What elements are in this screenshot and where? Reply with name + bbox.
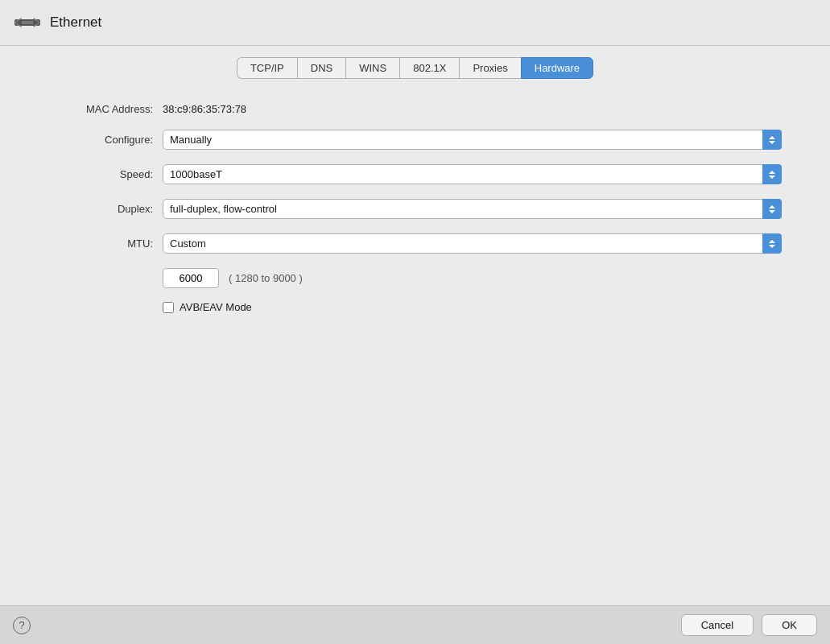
tab-dns[interactable]: DNS [297, 57, 345, 79]
mac-address-row: MAC Address: 38:c9:86:35:73:78 [48, 103, 782, 115]
duplex-select[interactable]: full-duplex, flow-control full-duplex ha… [163, 199, 782, 219]
duplex-row: Duplex: full-duplex, flow-control full-d… [48, 199, 782, 219]
mtu-row: MTU: Custom Standard (1500) Jumbo (9000) [48, 233, 782, 254]
mac-address-value: 38:c9:86:35:73:78 [163, 103, 246, 115]
mtu-custom-row: ( 1280 to 9000 ) [163, 268, 782, 288]
mtu-label: MTU: [48, 237, 153, 250]
tab-hardware[interactable]: Hardware [521, 57, 593, 79]
help-button[interactable]: ? [13, 617, 31, 634]
main-content: TCP/IP DNS WINS 802.1X Proxies Hardware … [0, 46, 830, 605]
tab-wins[interactable]: WINS [345, 57, 399, 79]
speed-label: Speed: [48, 168, 153, 180]
configure-select[interactable]: Manually Automatically [163, 130, 782, 150]
title-bar: Ethernet [0, 0, 830, 46]
tabs-bar: TCP/IP DNS WINS 802.1X Proxies Hardware [0, 46, 830, 79]
form-area: MAC Address: 38:c9:86:35:73:78 Configure… [0, 79, 830, 605]
cancel-button[interactable]: Cancel [681, 614, 754, 636]
avb-checkbox-row: AVB/EAV Mode [163, 301, 782, 313]
mtu-select-wrapper: Custom Standard (1500) Jumbo (9000) [163, 233, 782, 254]
speed-select[interactable]: 1000baseT 100baseTX 10baseT [163, 164, 782, 184]
bottom-buttons: Cancel OK [681, 614, 817, 636]
mtu-custom-input[interactable] [163, 268, 219, 288]
page-title: Ethernet [50, 14, 101, 31]
duplex-select-wrapper: full-duplex, flow-control full-duplex ha… [163, 199, 782, 219]
mac-address-label: MAC Address: [48, 103, 153, 115]
configure-select-wrapper: Manually Automatically [163, 130, 782, 150]
mtu-select[interactable]: Custom Standard (1500) Jumbo (9000) [163, 233, 782, 254]
tab-tcpip[interactable]: TCP/IP [237, 57, 297, 79]
ethernet-icon [13, 8, 42, 37]
tab-8021x[interactable]: 802.1X [399, 57, 459, 79]
configure-row: Configure: Manually Automatically [48, 130, 782, 150]
tab-proxies[interactable]: Proxies [459, 57, 520, 79]
speed-row: Speed: 1000baseT 100baseTX 10baseT [48, 164, 782, 184]
ok-button[interactable]: OK [762, 614, 817, 636]
duplex-label: Duplex: [48, 203, 153, 215]
mtu-range-text: ( 1280 to 9000 ) [229, 272, 303, 284]
speed-select-wrapper: 1000baseT 100baseTX 10baseT [163, 164, 782, 184]
avb-checkbox[interactable] [163, 302, 174, 313]
avb-checkbox-label: AVB/EAV Mode [180, 301, 252, 313]
bottom-bar: ? Cancel OK [0, 605, 830, 644]
configure-label: Configure: [48, 134, 153, 146]
